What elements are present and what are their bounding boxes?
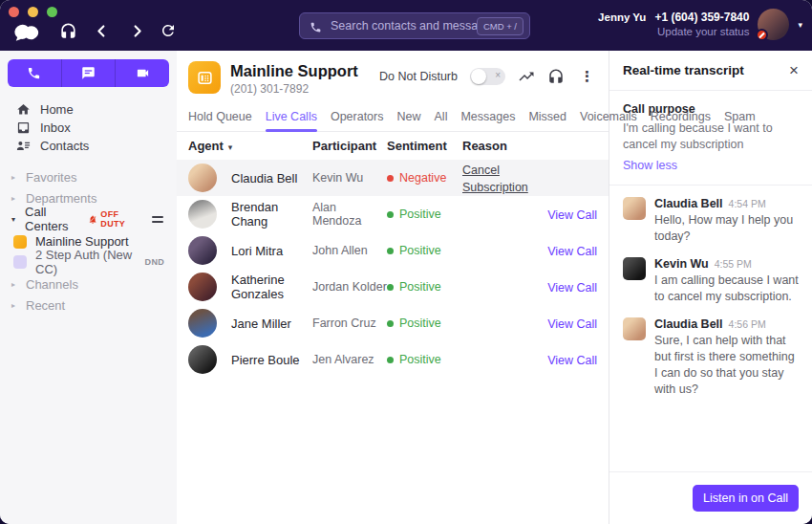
sentiment-label: Positive (399, 317, 441, 330)
column-participant: Participant (312, 139, 387, 153)
dnd-label: DND (145, 257, 164, 267)
message-time: 4:55 PM (715, 258, 752, 270)
avatar[interactable] (758, 9, 789, 40)
tab-missed[interactable]: Missed (528, 110, 566, 131)
quick-actions (8, 59, 169, 87)
sentiment-dot-icon (387, 284, 394, 291)
message-text: Sure, I can help with that but first is … (654, 333, 799, 398)
sentiment-dot-icon (387, 248, 394, 254)
close-window-button[interactable] (9, 7, 19, 17)
sentiment-label: Negative (399, 171, 446, 185)
chevron-down-icon[interactable]: ▾ (798, 20, 802, 30)
search-input[interactable]: Search contacts and messages CMD + / (299, 12, 530, 39)
sidebar-nav: Home Inbox Contacts (0, 100, 177, 155)
speaker-name: Claudia Bell (654, 317, 723, 331)
column-reason: Reason (462, 139, 542, 153)
tab-voicemails[interactable]: Voicemails (580, 110, 637, 131)
section-label: Call Centers (25, 205, 88, 233)
agent-name: Brendan Chang (220, 200, 312, 229)
section-recent[interactable]: ▸ Recent (0, 295, 177, 316)
main-content: Mainline Support (201) 301-7892 Do Not D… (177, 51, 609, 524)
avatar (188, 309, 217, 338)
agent-name: Claudia Bell (220, 171, 312, 186)
message-text: Hello, How may I help you today? (654, 212, 799, 245)
off-duty-badge[interactable]: OFF DUTY (88, 209, 142, 229)
section-call-centers[interactable]: ▾ Call Centers OFF DUTY (0, 208, 177, 229)
minimize-window-button[interactable] (28, 7, 38, 17)
table-row[interactable]: Pierre Boule Jen Alvarez Positive View C… (177, 341, 609, 378)
sidebar-item-home[interactable]: Home (0, 100, 177, 119)
new-message-button[interactable] (61, 59, 116, 87)
view-call-link[interactable]: View Call (547, 245, 597, 258)
show-less-link[interactable]: Show less (623, 159, 677, 172)
transcript-title: Real-time transcript (623, 63, 744, 77)
phone-icon (27, 66, 41, 80)
view-call-link[interactable]: View Call (547, 354, 597, 367)
avatar (623, 197, 646, 220)
video-icon (136, 66, 150, 80)
new-video-button[interactable] (115, 59, 169, 87)
tab-live-calls[interactable]: Live Calls (266, 110, 317, 131)
table-row[interactable]: Katherine Gonzales Jordan Kolder Positiv… (177, 269, 609, 305)
reorder-icon[interactable] (152, 213, 163, 226)
sentiment-dot-icon (387, 211, 394, 218)
tab-all[interactable]: All (435, 110, 448, 131)
view-call-link[interactable]: View Call (547, 208, 597, 222)
forward-icon[interactable] (130, 24, 144, 38)
user-name: Jenny Yu (598, 11, 646, 25)
listen-in-button[interactable]: Listen in on Call (693, 485, 799, 512)
table-row[interactable]: Claudia Bell Kevin Wu Negative Cancel Su… (177, 160, 609, 196)
headset-icon[interactable] (59, 22, 77, 40)
view-call-link[interactable]: View Call (547, 317, 597, 331)
section-label: Favorites (26, 170, 76, 185)
sidebar-item-label: Home (40, 102, 74, 117)
tab-bar: Hold Queue Live Calls Operators New All … (177, 106, 609, 132)
agent-name: Katherine Gonzales (220, 273, 312, 301)
call-center-header: Mainline Support (201) 301-7892 Do Not D… (177, 51, 609, 106)
call-purpose-label: Call purpose (623, 102, 799, 116)
dnd-badge-icon (756, 29, 768, 41)
user-status[interactable]: Update your status (598, 25, 749, 39)
dialpad-logo-icon (12, 21, 41, 42)
tab-recordings[interactable]: Recordings (651, 110, 711, 131)
close-icon[interactable]: × (789, 62, 799, 78)
call-center-phone: (201) 301-7892 (230, 82, 358, 96)
table-row[interactable]: Brendan Chang Alan Mendoza Positive View… (177, 196, 609, 232)
new-call-button[interactable] (8, 59, 61, 87)
toggle-x-icon: × (495, 70, 501, 80)
speaker-name: Claudia Bell (654, 197, 723, 210)
table-row[interactable]: Lori Mitra John Allen Positive View Call (177, 232, 609, 269)
call-purpose-section: Call purpose I'm calling because I want … (609, 91, 812, 186)
tab-messages[interactable]: Messages (460, 110, 515, 131)
sidebar-item-label: Inbox (40, 120, 71, 135)
refresh-icon[interactable] (160, 22, 177, 39)
sidebar-item-2-step-auth[interactable]: 2 Step Auth (New CC) DND (0, 251, 177, 272)
back-icon[interactable] (95, 24, 109, 38)
user-menu[interactable]: Jenny Yu +1 (604) 359-7840 Update your s… (598, 9, 802, 40)
tab-new[interactable]: New (397, 110, 421, 131)
contacts-icon (16, 139, 31, 153)
section-channels[interactable]: ▸ Channels (0, 273, 177, 295)
more-options-icon[interactable]: ⋮ (577, 68, 597, 85)
tab-spam[interactable]: Spam (724, 110, 756, 131)
sentiment-dot-icon (387, 175, 394, 182)
topbar: Search contacts and messages CMD + / Jen… (0, 0, 812, 51)
headset-icon[interactable] (547, 68, 565, 85)
call-center-swatch-icon (13, 255, 27, 269)
avatar (188, 236, 217, 265)
avatar (623, 317, 646, 340)
table-row[interactable]: Jane Miller Farron Cruz Positive View Ca… (177, 305, 609, 341)
tab-hold-queue[interactable]: Hold Queue (188, 110, 252, 131)
sidebar-item-inbox[interactable]: Inbox (0, 119, 177, 137)
window-controls[interactable] (9, 7, 57, 17)
section-favorites[interactable]: ▸ Favorites (0, 166, 177, 187)
tab-operators[interactable]: Operators (331, 110, 384, 131)
view-call-link[interactable]: View Call (547, 281, 597, 295)
analytics-icon[interactable] (518, 68, 535, 85)
dnd-toggle[interactable]: × (470, 68, 505, 85)
sidebar-item-contacts[interactable]: Contacts (0, 137, 177, 155)
sentiment-cell: Positive (387, 353, 462, 366)
column-agent[interactable]: Agent▾ (188, 139, 312, 153)
maximize-window-button[interactable] (47, 7, 57, 17)
reason-link[interactable]: Cancel Subscription (462, 164, 528, 194)
